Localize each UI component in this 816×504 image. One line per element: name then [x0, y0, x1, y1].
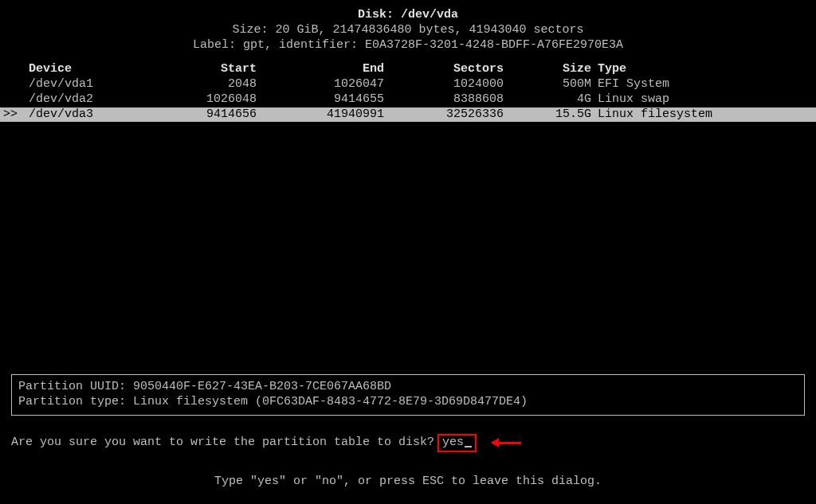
table-row[interactable]: /dev/vda1 2048 1026047 1024000 500M EFI …	[0, 77, 816, 92]
cell-device: /dev/vda3	[19, 107, 147, 123]
confirm-input-value: yes	[442, 436, 464, 451]
cfdisk-screen: Disk: /dev/vda Size: 20 GiB, 21474836480…	[0, 0, 816, 504]
col-start-header: Start	[147, 62, 258, 77]
partition-info-box: Partition UUID: 9050440F-E627-43EA-B203-…	[11, 374, 805, 416]
disk-title: Disk: /dev/vda	[0, 8, 816, 23]
col-device-header: Device	[19, 62, 147, 77]
cell-type: EFI System	[593, 77, 800, 92]
partition-uuid: Partition UUID: 9050440F-E627-43EA-B203-…	[18, 380, 798, 395]
cell-sectors: 32526336	[386, 107, 505, 123]
row-marker: >>	[0, 107, 19, 123]
row-marker	[0, 77, 19, 92]
cursor-icon	[465, 446, 472, 447]
cell-start: 1026048	[147, 92, 258, 107]
table-row-selected[interactable]: >> /dev/vda3 9414656 41940991 32526336 1…	[0, 107, 816, 123]
confirm-input[interactable]: yes	[437, 434, 477, 452]
cell-size: 15.5G	[505, 107, 593, 123]
annotation-arrow-icon	[491, 438, 521, 447]
row-marker	[0, 92, 19, 107]
cell-end: 1026047	[258, 77, 386, 92]
partition-table: Device Start End Sectors Size Type /dev/…	[0, 62, 816, 122]
confirm-prompt: Are you sure you want to write the parti…	[11, 434, 521, 452]
disk-label-line: Label: gpt, identifier: E0A3728F-3201-42…	[0, 38, 816, 53]
cell-end: 9414655	[258, 92, 386, 107]
cell-type: Linux filesystem	[593, 107, 800, 123]
cell-start: 9414656	[147, 107, 258, 123]
footer-hint: Type "yes" or "no", or press ESC to leav…	[0, 475, 816, 490]
table-row[interactable]: /dev/vda2 1026048 9414655 8388608 4G Lin…	[0, 92, 816, 107]
cell-start: 2048	[147, 77, 258, 92]
col-sectors-header: Sectors	[386, 62, 505, 77]
col-end-header: End	[258, 62, 386, 77]
cell-sectors: 1024000	[386, 77, 505, 92]
cell-device: /dev/vda1	[19, 77, 147, 92]
col-marker	[0, 62, 19, 77]
table-header-row: Device Start End Sectors Size Type	[0, 62, 816, 77]
col-type-header: Type	[593, 62, 800, 77]
disk-size-line: Size: 20 GiB, 21474836480 bytes, 4194304…	[0, 23, 816, 38]
header-block: Disk: /dev/vda Size: 20 GiB, 21474836480…	[0, 8, 816, 53]
cell-type: Linux swap	[593, 92, 800, 107]
cell-end: 41940991	[258, 107, 386, 123]
cell-sectors: 8388608	[386, 92, 505, 107]
partition-type: Partition type: Linux filesystem (0FC63D…	[18, 395, 798, 410]
cell-device: /dev/vda2	[19, 92, 147, 107]
col-size-header: Size	[505, 62, 593, 77]
cell-size: 500M	[505, 77, 593, 92]
cell-size: 4G	[505, 92, 593, 107]
prompt-question: Are you sure you want to write the parti…	[11, 436, 434, 451]
